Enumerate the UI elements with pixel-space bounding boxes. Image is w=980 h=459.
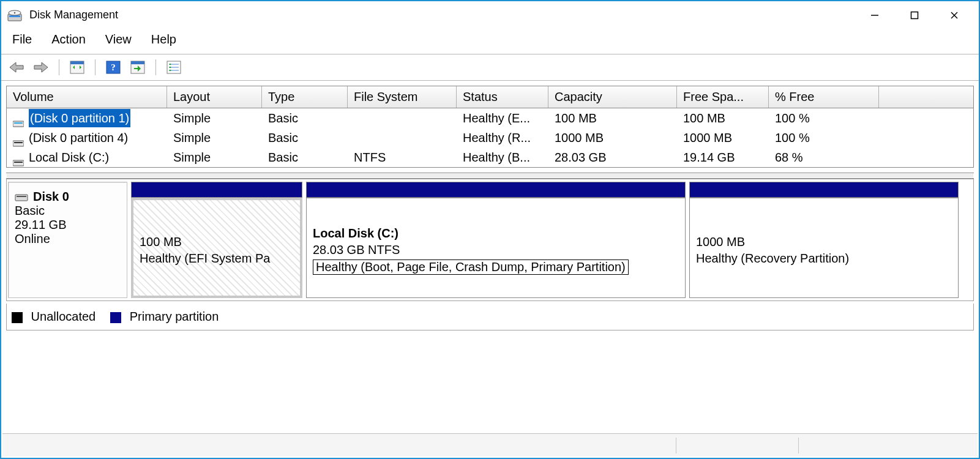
volume-pfree: 68 % xyxy=(769,147,879,167)
volume-capacity: 100 MB xyxy=(548,108,677,128)
volume-icon xyxy=(13,133,24,142)
legend: Unallocated Primary partition xyxy=(6,304,974,330)
volume-type: Basic xyxy=(262,147,348,167)
disk-size: 29.11 GB xyxy=(15,218,121,232)
svg-rect-17 xyxy=(131,61,144,64)
svg-rect-5 xyxy=(911,12,918,18)
partition-size: 1000 MB xyxy=(696,235,952,249)
toolbar: ? xyxy=(1,54,979,81)
help-icon[interactable]: ? xyxy=(104,58,122,76)
window-title: Disk Management xyxy=(29,9,855,21)
svg-point-3 xyxy=(14,12,15,13)
menu-action[interactable]: Action xyxy=(51,32,86,47)
volume-layout: Simple xyxy=(167,128,262,147)
volume-layout: Simple xyxy=(167,108,262,128)
volume-filesystem: NTFS xyxy=(348,147,457,167)
legend-label: Unallocated xyxy=(31,310,96,323)
svg-rect-27 xyxy=(14,122,23,124)
partition-status: Healthy (EFI System Pa xyxy=(140,252,270,266)
svg-text:?: ? xyxy=(111,62,116,72)
svg-rect-31 xyxy=(14,162,23,163)
toolbar-separator xyxy=(95,59,95,75)
minimize-button[interactable] xyxy=(855,3,894,28)
splitter-bar[interactable] xyxy=(6,173,974,179)
legend-swatch-primary xyxy=(110,312,121,323)
toolbar-separator xyxy=(59,59,59,75)
menu-file[interactable]: File xyxy=(12,32,32,47)
partition-name: Local Disk (C:) xyxy=(313,226,679,241)
svg-rect-32 xyxy=(15,195,28,201)
title-bar: Disk Management xyxy=(1,1,979,29)
status-bar xyxy=(2,433,978,457)
action-icon[interactable] xyxy=(129,58,147,76)
volume-label: (Disk 0 partition 4) xyxy=(29,129,128,147)
volume-row[interactable]: Local Disk (C:)SimpleBasicNTFSHealthy (B… xyxy=(7,147,973,167)
volume-free: 1000 MB xyxy=(677,128,769,147)
col-capacity[interactable]: Capacity xyxy=(548,86,677,108)
maximize-button[interactable] xyxy=(894,3,934,28)
svg-rect-28 xyxy=(13,141,24,146)
svg-rect-11 xyxy=(70,61,84,64)
svg-point-23 xyxy=(170,64,171,65)
svg-point-24 xyxy=(170,67,171,69)
volume-label: Local Disk (C:) xyxy=(29,148,109,166)
volume-row[interactable]: (Disk 0 partition 1)SimpleBasicHealthy (… xyxy=(7,108,973,128)
disk-map-panel: Disk 0 Basic 29.11 GB Online 100 MB Heal… xyxy=(6,179,974,301)
col-free[interactable]: Free Spa... xyxy=(677,86,769,108)
volume-pfree: 100 % xyxy=(769,128,879,147)
disk-type: Basic xyxy=(15,204,121,218)
volume-filesystem xyxy=(348,128,457,147)
col-type[interactable]: Type xyxy=(262,86,348,108)
svg-marker-8 xyxy=(10,62,23,72)
volume-status: Healthy (E... xyxy=(457,108,548,128)
col-pfree[interactable]: % Free xyxy=(769,86,879,108)
forward-icon[interactable] xyxy=(32,58,50,76)
toolbar-separator xyxy=(155,59,156,75)
menu-view[interactable]: View xyxy=(105,32,132,47)
disk-icon xyxy=(15,193,28,201)
partition-c[interactable]: Local Disk (C:) 28.03 GB NTFS Healthy (B… xyxy=(306,182,686,298)
partition-type-bar xyxy=(131,182,302,198)
col-status[interactable]: Status xyxy=(457,86,548,108)
col-blank xyxy=(879,86,973,108)
disk-name: Disk 0 xyxy=(33,190,69,204)
volume-table: Volume Layout Type File System Status Ca… xyxy=(6,86,974,168)
legend-unallocated: Unallocated xyxy=(12,310,95,324)
svg-rect-29 xyxy=(14,142,23,143)
legend-swatch-unallocated xyxy=(12,312,23,323)
col-filesystem[interactable]: File System xyxy=(348,86,457,108)
volume-capacity: 28.03 GB xyxy=(548,147,677,167)
volume-row[interactable]: (Disk 0 partition 4)SimpleBasicHealthy (… xyxy=(7,128,973,147)
partition-type-bar xyxy=(306,182,686,198)
partition-status: Healthy (Boot, Page File, Crash Dump, Pr… xyxy=(313,259,629,275)
svg-rect-26 xyxy=(13,121,24,127)
volume-status: Healthy (R... xyxy=(457,128,548,147)
svg-marker-9 xyxy=(34,62,48,72)
volume-type: Basic xyxy=(262,128,348,147)
disk-info[interactable]: Disk 0 Basic 29.11 GB Online xyxy=(8,182,127,298)
col-volume[interactable]: Volume xyxy=(7,86,167,108)
volume-free: 19.14 GB xyxy=(677,147,769,167)
partition-size: 100 MB xyxy=(140,235,294,249)
refresh-icon[interactable] xyxy=(68,58,86,76)
svg-point-25 xyxy=(170,70,171,72)
volume-label: (Disk 0 partition 1) xyxy=(29,109,130,127)
svg-rect-30 xyxy=(13,160,24,166)
disk-state: Online xyxy=(15,232,121,246)
back-icon[interactable] xyxy=(7,58,26,76)
partition-efi[interactable]: 100 MB Healthy (EFI System Pa xyxy=(131,182,302,298)
disk-management-icon xyxy=(7,8,22,23)
col-layout[interactable]: Layout xyxy=(167,86,262,108)
partition-recovery[interactable]: 1000 MB Healthy (Recovery Partition) xyxy=(689,182,959,298)
close-button[interactable] xyxy=(934,3,974,28)
volume-free: 100 MB xyxy=(677,108,769,128)
volume-pfree: 100 % xyxy=(769,108,879,128)
volume-capacity: 1000 MB xyxy=(548,128,677,147)
menu-bar: File Action View Help xyxy=(1,29,979,54)
volume-status: Healthy (B... xyxy=(457,147,548,167)
legend-primary: Primary partition xyxy=(110,310,219,324)
menu-help[interactable]: Help xyxy=(151,32,176,47)
list-settings-icon[interactable] xyxy=(165,58,183,76)
partition-status: Healthy (Recovery Partition) xyxy=(696,252,849,266)
volume-layout: Simple xyxy=(167,147,262,167)
